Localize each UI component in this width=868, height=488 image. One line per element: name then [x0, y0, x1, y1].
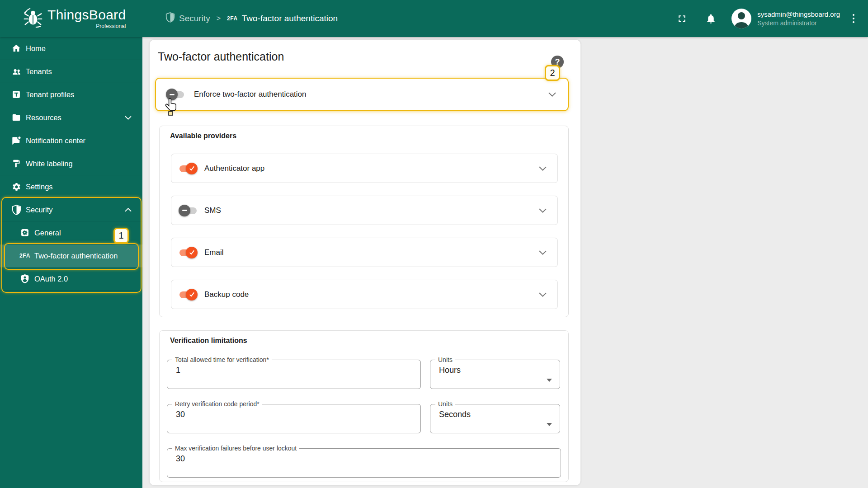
fullscreen-button[interactable]	[675, 12, 688, 25]
sidebar-item-label: Notification center	[26, 136, 85, 145]
provider-panel-sms[interactable]: SMS	[171, 196, 558, 225]
chevron-down-icon	[125, 116, 132, 120]
verification-limitations-section: Verification limitations Total allowed t…	[159, 330, 569, 482]
enforce-2fa-panel[interactable]: Enforce two-factor authentication	[155, 78, 569, 111]
notification-chat-icon	[11, 135, 22, 146]
check-icon	[186, 163, 198, 174]
shield-account-icon	[19, 273, 30, 284]
sidebar-item-label: White labeling	[26, 160, 73, 168]
home-icon	[11, 43, 22, 54]
sidebar-item-label: Tenants	[26, 67, 52, 76]
check-icon	[186, 289, 198, 300]
chevron-down-icon	[539, 208, 547, 213]
provider-panel-email[interactable]: Email	[171, 238, 558, 267]
minus-icon	[182, 210, 187, 211]
sidebar-item-label: Security	[26, 206, 53, 214]
select-value: Hours	[439, 366, 560, 375]
gear-icon	[11, 181, 22, 192]
sidebar-item-settings[interactable]: Settings	[0, 175, 142, 198]
paint-roller-icon	[11, 158, 22, 169]
user-avatar[interactable]	[731, 9, 751, 28]
minus-icon	[170, 94, 175, 95]
tenants-people-icon	[11, 66, 22, 77]
sidebar-item-oauth[interactable]: OAuth 2.0	[0, 267, 142, 291]
total-allowed-time-field[interactable]: Total allowed time for verification* 1	[167, 356, 421, 389]
max-failures-field[interactable]: Max verification failures before user lo…	[167, 445, 561, 478]
breadcrumb-security-link[interactable]: Security	[165, 12, 210, 25]
shield-icon	[165, 12, 175, 25]
annotation-step-badge-2: 2	[545, 65, 560, 81]
dropdown-arrow-icon	[547, 379, 552, 382]
provider-panel-authenticator-app[interactable]: Authenticator app	[171, 154, 558, 183]
sidebar-item-label: Resources	[26, 113, 61, 122]
provider-label: Email	[204, 248, 224, 257]
available-providers-heading: Available providers	[170, 132, 236, 140]
notifications-bell-button[interactable]	[704, 12, 717, 25]
user-role: System administrator	[757, 19, 840, 27]
field-label: Max verification failures before user lo…	[172, 445, 299, 452]
sidebar-item-label: Settings	[26, 183, 53, 191]
breadcrumb-page-label: Two-factor authentication	[242, 14, 338, 23]
sidebar-item-notification-center[interactable]: Notification center	[0, 129, 142, 152]
provider-label: SMS	[204, 206, 221, 215]
sidebar-item-home[interactable]: Home	[0, 37, 142, 60]
breadcrumb: Security > 2FA Two-factor authentication	[165, 0, 338, 37]
app-window: ThingsBoard Professional Security > 2FA …	[0, 0, 868, 488]
sidebar-item-resources[interactable]: Resources	[0, 106, 142, 129]
check-icon	[186, 247, 198, 258]
sidebar-item-label: Two-factor authentication	[34, 252, 118, 260]
total-units-select[interactable]: Units Hours	[430, 356, 560, 389]
provider-label: Authenticator app	[204, 164, 264, 173]
field-value: 30	[176, 410, 420, 419]
sidebar-nav: Home Tenants Tenant profiles	[0, 37, 142, 488]
provider-label: Backup code	[204, 290, 249, 299]
sidebar-item-security[interactable]: Security	[0, 198, 142, 221]
authenticator-app-toggle[interactable]	[179, 163, 198, 174]
chevron-down-icon	[539, 250, 547, 255]
mouse-cursor-pointer	[165, 98, 179, 117]
sidebar-item-white-labeling[interactable]: White labeling	[0, 152, 142, 175]
field-label: Retry verification code period*	[172, 400, 262, 408]
main-content: Two-factor authentication ? 2 Enforce tw…	[142, 37, 868, 488]
backup-code-toggle[interactable]	[179, 289, 198, 300]
chevron-down-icon	[539, 166, 547, 171]
retry-units-select[interactable]: Units Seconds	[430, 400, 560, 433]
user-email: sysadmin@thingsboard.org	[757, 10, 840, 19]
more-menu-button[interactable]	[851, 12, 856, 25]
sidebar-item-label: General	[34, 229, 61, 237]
logo-subtitle: Professional	[47, 23, 126, 29]
breadcrumb-section-label: Security	[179, 14, 210, 23]
retry-period-field[interactable]: Retry verification code period* 30	[167, 400, 421, 433]
page-title: Two-factor authentication	[158, 50, 284, 63]
two-factor-icon: 2FA	[19, 250, 30, 261]
bug-logo-icon	[23, 7, 43, 30]
tenant-profiles-icon	[11, 89, 22, 100]
general-settings-icon	[19, 227, 30, 238]
thingsboard-logo[interactable]: ThingsBoard Professional	[23, 7, 126, 30]
user-info[interactable]: sysadmin@thingsboard.org System administ…	[757, 10, 840, 27]
field-label: Units	[435, 400, 455, 408]
annotation-step-badge-1: 1	[113, 228, 129, 244]
sidebar-item-tenants[interactable]: Tenants	[0, 60, 142, 83]
email-toggle[interactable]	[179, 247, 198, 258]
sidebar-item-label: Home	[26, 44, 46, 53]
chevron-down-icon	[539, 292, 547, 297]
select-value: Seconds	[439, 410, 560, 419]
breadcrumb-current-page: 2FA Two-factor authentication	[227, 14, 338, 23]
field-label: Units	[435, 356, 455, 363]
sidebar-item-two-factor-authentication[interactable]: 2FA Two-factor authentication	[0, 244, 142, 267]
sms-toggle[interactable]	[179, 205, 198, 216]
chevron-up-icon	[125, 208, 132, 212]
folder-icon	[11, 112, 22, 123]
sidebar-item-tenant-profiles[interactable]: Tenant profiles	[0, 83, 142, 106]
field-value: 30	[176, 454, 561, 464]
sidebar-item-label: Tenant profiles	[26, 90, 74, 99]
two-factor-settings-card: Two-factor authentication ? 2 Enforce tw…	[150, 40, 580, 485]
top-header: ThingsBoard Professional Security > 2FA …	[0, 0, 868, 37]
enforce-2fa-label: Enforce two-factor authentication	[194, 90, 307, 99]
sidebar-item-label: OAuth 2.0	[34, 275, 68, 283]
dropdown-arrow-icon	[547, 423, 552, 426]
provider-panel-backup-code[interactable]: Backup code	[171, 280, 558, 309]
breadcrumb-separator: >	[217, 14, 221, 23]
available-providers-section: Available providers Authenticator app	[159, 126, 569, 317]
